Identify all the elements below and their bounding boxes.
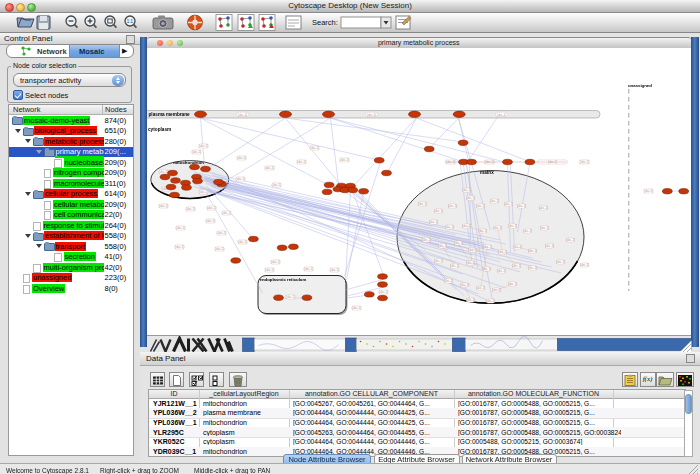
svg-text:[abc-1]: [abc-1] xyxy=(199,144,208,148)
svg-text:[abc-1]: [abc-1] xyxy=(486,299,495,303)
svg-text:[abc-1]: [abc-1] xyxy=(215,247,224,251)
svg-text:[abc-1]: [abc-1] xyxy=(539,206,548,210)
svg-text:[abc-1]: [abc-1] xyxy=(159,204,168,208)
svg-text:[abc-1]: [abc-1] xyxy=(523,229,532,233)
svg-text:[abc-1]: [abc-1] xyxy=(222,211,231,215)
svg-text:[abc-1]: [abc-1] xyxy=(265,268,274,272)
svg-text:[abc-1]: [abc-1] xyxy=(330,268,339,272)
svg-text:[abc-1]: [abc-1] xyxy=(236,177,245,181)
svg-text:[abc-1]: [abc-1] xyxy=(490,199,499,203)
svg-text:plasma membrane: plasma membrane xyxy=(148,112,190,117)
svg-text:[abc-1]: [abc-1] xyxy=(644,189,653,193)
svg-text:[abc-1]: [abc-1] xyxy=(528,249,537,253)
svg-text:[abc-1]: [abc-1] xyxy=(297,160,306,164)
svg-text:1:1: 1:1 xyxy=(127,19,134,24)
svg-text:[abc-1]: [abc-1] xyxy=(237,156,246,160)
svg-text:[abc-1]: [abc-1] xyxy=(159,170,168,174)
svg-text:[abc-1]: [abc-1] xyxy=(450,264,459,268)
svg-text:[abc-1]: [abc-1] xyxy=(497,113,506,117)
svg-text:[abc-1]: [abc-1] xyxy=(556,260,565,264)
svg-text:[abc-1]: [abc-1] xyxy=(580,263,589,267)
svg-text:[abc-1]: [abc-1] xyxy=(462,224,471,228)
svg-text:endoplasmic reticulum: endoplasmic reticulum xyxy=(259,277,306,282)
svg-text:[abc-1]: [abc-1] xyxy=(238,240,247,244)
svg-text:[abc-1]: [abc-1] xyxy=(434,259,443,263)
svg-text:[abc-1]: [abc-1] xyxy=(207,206,216,210)
svg-text:[abc-1]: [abc-1] xyxy=(545,244,554,248)
svg-text:unassigned: unassigned xyxy=(628,83,652,88)
svg-text:[abc-1]: [abc-1] xyxy=(340,158,349,162)
svg-text:[abc-1]: [abc-1] xyxy=(379,290,388,294)
svg-text:[abc-1]: [abc-1] xyxy=(445,225,454,229)
svg-text:[abc-1]: [abc-1] xyxy=(540,226,549,230)
svg-text:[abc-1]: [abc-1] xyxy=(468,248,477,252)
svg-text:[abc-1]: [abc-1] xyxy=(176,226,185,230)
svg-text:[abc-1]: [abc-1] xyxy=(476,286,485,290)
svg-text:[abc-1]: [abc-1] xyxy=(580,160,589,164)
svg-text:[abc-1]: [abc-1] xyxy=(444,279,453,283)
svg-text:[abc-1]: [abc-1] xyxy=(286,295,295,299)
svg-text:[abc-1]: [abc-1] xyxy=(508,224,517,228)
svg-text:[abc-1]: [abc-1] xyxy=(265,166,274,170)
svg-text:[abc-1]: [abc-1] xyxy=(186,207,195,211)
svg-text:[abc-1]: [abc-1] xyxy=(454,241,463,245)
svg-text:[abc-1]: [abc-1] xyxy=(504,202,513,206)
svg-text:[abc-1]: [abc-1] xyxy=(175,245,184,249)
svg-text:[abc-1]: [abc-1] xyxy=(238,113,247,117)
svg-text:[abc-1]: [abc-1] xyxy=(422,238,431,242)
svg-text:[abc-1]: [abc-1] xyxy=(493,226,502,230)
svg-text:[abc-1]: [abc-1] xyxy=(528,266,537,270)
svg-text:mitochondrion: mitochondrion xyxy=(173,160,204,165)
svg-text:Search:: Search: xyxy=(312,18,338,27)
svg-text:[abc-1]: [abc-1] xyxy=(492,288,501,292)
svg-text:[abc-1]: [abc-1] xyxy=(513,245,522,249)
svg-text:[abc-1]: [abc-1] xyxy=(434,209,443,213)
svg-text:[abc-1]: [abc-1] xyxy=(192,150,201,154)
svg-text:cytoplasm: cytoplasm xyxy=(148,127,171,132)
svg-text:[abc-1]: [abc-1] xyxy=(429,220,438,224)
svg-text:[abc-1]: [abc-1] xyxy=(272,183,281,187)
svg-text:[abc-1]: [abc-1] xyxy=(352,306,361,310)
svg-text:[abc-1]: [abc-1] xyxy=(460,283,469,287)
svg-text:[abc-1]: [abc-1] xyxy=(271,260,280,264)
svg-text:[abc-1]: [abc-1] xyxy=(566,238,575,242)
svg-text:[abc-1]: [abc-1] xyxy=(304,267,313,271)
svg-text:[abc-1]: [abc-1] xyxy=(367,113,376,117)
svg-text:[abc-1]: [abc-1] xyxy=(476,204,485,208)
svg-text:[abc-1]: [abc-1] xyxy=(466,196,475,200)
svg-text:[abc-1]: [abc-1] xyxy=(310,146,319,150)
svg-text:[abc-1]: [abc-1] xyxy=(199,190,208,194)
svg-text:[abc-1]: [abc-1] xyxy=(462,188,471,192)
svg-text:[abc-1]: [abc-1] xyxy=(517,204,526,208)
svg-text:[abc-1]: [abc-1] xyxy=(497,269,506,273)
svg-text:[abc-1]: [abc-1] xyxy=(512,264,521,268)
svg-text:matrix: matrix xyxy=(480,170,494,175)
svg-text:[abc-1]: [abc-1] xyxy=(217,231,226,235)
svg-text:[abc-1]: [abc-1] xyxy=(206,219,215,223)
svg-text:[abc-1]: [abc-1] xyxy=(438,244,447,248)
svg-text:[abc-1]: [abc-1] xyxy=(448,204,457,208)
svg-text:[abc-1]: [abc-1] xyxy=(418,202,427,206)
svg-text:[abc-1]: [abc-1] xyxy=(466,261,475,265)
